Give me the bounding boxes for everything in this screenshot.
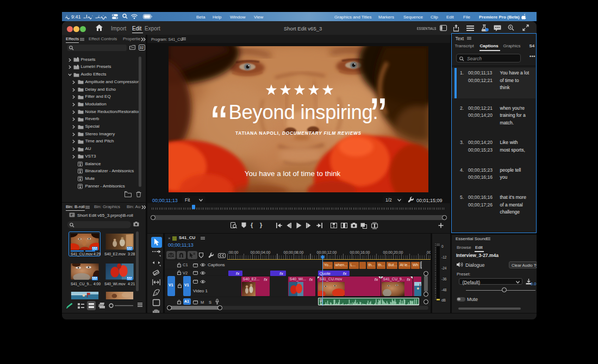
svg-text:9:41: 9:41 bbox=[71, 14, 81, 20]
svg-text:32: 32 bbox=[140, 46, 144, 49]
